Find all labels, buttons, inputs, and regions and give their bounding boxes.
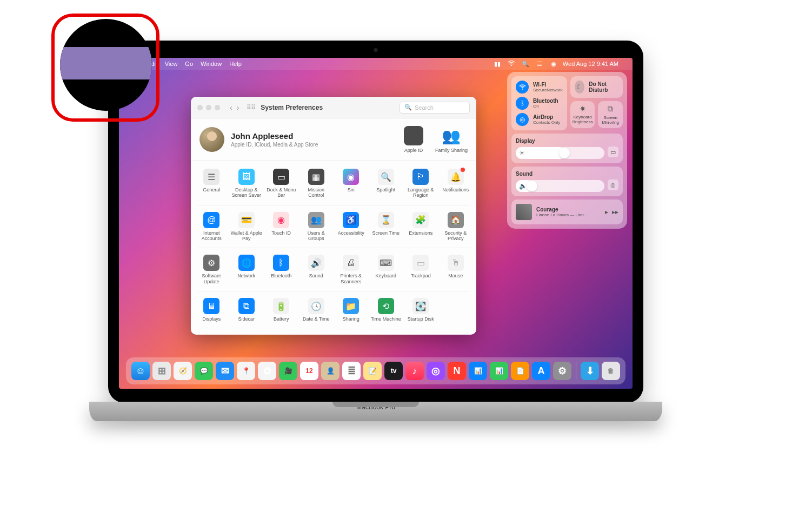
airdrop-toggle[interactable]: ◎ AirDropContacts Only xyxy=(516,113,563,126)
dock-reminders[interactable]: ≣ xyxy=(342,362,361,380)
apple-id-pane[interactable]: Apple ID xyxy=(404,126,423,153)
pref-wallet-apple-pay[interactable]: 💳Wallet & Apple Pay xyxy=(229,209,264,245)
dock-news[interactable]: N xyxy=(448,362,466,380)
pref-security-privacy[interactable]: 🏠Security & Privacy xyxy=(438,209,474,245)
avatar[interactable] xyxy=(199,127,224,152)
pref-touch-id[interactable]: ◉Touch ID xyxy=(264,209,299,245)
pref-date-time[interactable]: 🕓Date & Time xyxy=(299,295,334,325)
dock-photos[interactable]: ✿ xyxy=(258,362,276,380)
play-button[interactable]: ▸ xyxy=(605,208,608,216)
dock-contacts[interactable]: 👤 xyxy=(321,362,340,380)
pref-users-groups[interactable]: 👥Users & Groups xyxy=(299,209,334,245)
dock-messages[interactable]: 💬 xyxy=(195,362,213,380)
pref-software-update[interactable]: ⚙Software Update xyxy=(194,251,229,288)
pref-mouse[interactable]: 🖱Mouse xyxy=(438,251,474,288)
pref-internet-accounts[interactable]: @Internet Accounts xyxy=(194,209,229,245)
dock-music[interactable]: ♪ xyxy=(405,362,424,380)
dock-trash[interactable]: 🗑 xyxy=(602,362,620,380)
search-field[interactable]: 🔍 Search xyxy=(400,102,470,114)
forward-button[interactable]: › xyxy=(237,103,239,112)
pref-dock-menu-bar[interactable]: ▭Dock & Menu Bar xyxy=(264,165,299,202)
dock-app-store[interactable]: A xyxy=(532,362,550,380)
grid-view-icon[interactable]: ⠿⠿ xyxy=(247,104,255,111)
pref-desktop-screen-saver[interactable]: 🖼Desktop & Screen Saver xyxy=(229,165,264,202)
zoom-button[interactable] xyxy=(215,105,220,110)
dock-keynote[interactable]: 📊 xyxy=(469,362,487,380)
dock-finder[interactable]: ☺ xyxy=(131,362,150,380)
menu-view[interactable]: View xyxy=(165,61,178,67)
keyboard-brightness-icon: ✷ xyxy=(580,104,586,113)
search-icon[interactable]: 🔍 xyxy=(522,61,529,68)
control-center-icon[interactable]: ☰ xyxy=(536,61,543,68)
pref-spotlight[interactable]: 🔍Spotlight xyxy=(369,165,404,202)
dock-maps[interactable]: 📍 xyxy=(237,362,255,380)
menu-window[interactable]: Window xyxy=(201,61,222,67)
minimize-button[interactable] xyxy=(206,105,211,110)
pref-keyboard[interactable]: ⌨Keyboard xyxy=(369,251,404,288)
battery-icon[interactable]: ▮▮ xyxy=(494,61,501,68)
close-button[interactable] xyxy=(197,105,203,110)
users-groups-icon: 👥 xyxy=(308,212,324,228)
airdrop-circle-icon: ◎ xyxy=(516,113,529,126)
bluetooth-toggle[interactable]: ᛒ BluetoothOn xyxy=(516,97,563,110)
bluetooth-icon: ᛒ xyxy=(273,255,289,271)
pref-extensions[interactable]: 🧩Extensions xyxy=(403,209,438,245)
wifi-icon[interactable] xyxy=(508,61,515,67)
pref-label: Sharing xyxy=(343,316,360,322)
dock-podcasts[interactable]: ◎ xyxy=(427,362,445,380)
back-button[interactable]: ‹ xyxy=(230,103,232,112)
pref-network[interactable]: 🌐Network xyxy=(229,251,264,288)
pref-siri[interactable]: ◉Siri xyxy=(334,165,369,202)
family-sharing-pane[interactable]: 👥 Family Sharing xyxy=(435,126,468,153)
dock-mail[interactable]: ✉ xyxy=(216,362,234,380)
pref-accessibility[interactable]: ♿Accessibility xyxy=(334,209,369,245)
pref-battery[interactable]: 🔋Battery xyxy=(264,295,299,325)
pref-screen-time[interactable]: ⌛Screen Time xyxy=(369,209,404,245)
siri-icon[interactable]: ◉ xyxy=(550,61,557,68)
siri-icon: ◉ xyxy=(343,169,359,185)
wifi-toggle[interactable]: Wi-FiSecureNetwork xyxy=(516,81,563,94)
pref-language-region[interactable]: 🏳Language & Region xyxy=(403,165,438,202)
pref-bluetooth[interactable]: ᛒBluetooth xyxy=(264,251,299,288)
pref-label: Extensions xyxy=(409,230,432,236)
dock-launchpad[interactable]: ⊞ xyxy=(152,362,171,380)
pref-sidecar[interactable]: ⧉Sidecar xyxy=(229,295,264,325)
sound-output-icon[interactable]: ◎ xyxy=(608,179,618,190)
mini-controls: ✷Keyboard Brightness ⧉Screen Mirroring xyxy=(570,101,623,128)
pref-mission-control[interactable]: ▦Mission Control xyxy=(299,165,334,202)
menu-go[interactable]: Go xyxy=(185,61,193,67)
dock-downloads[interactable]: ⬇ xyxy=(581,362,599,380)
pref-printers-scanners[interactable]: 🖨Printers & Scanners xyxy=(334,251,369,288)
sound-volume-slider[interactable]: 🔈 xyxy=(516,180,604,192)
display-options-icon[interactable]: ▭ xyxy=(608,147,618,157)
pref-general[interactable]: ☰General xyxy=(194,165,229,202)
dnd-toggle[interactable]: ☾ Do Not Disturb xyxy=(570,76,623,98)
menubar-clock[interactable]: Wed Aug 12 9:41 AM xyxy=(563,61,618,67)
pref-sound[interactable]: 🔊Sound xyxy=(299,251,334,288)
pref-notifications[interactable]: 🔔Notifications xyxy=(438,165,474,202)
keyboard-brightness[interactable]: ✷Keyboard Brightness xyxy=(570,101,595,128)
pref-startup-disk[interactable]: 💽Startup Disk xyxy=(403,295,438,325)
pref-sharing[interactable]: 📁Sharing xyxy=(334,295,369,325)
pref-label: Software Update xyxy=(195,273,228,284)
display-brightness-slider[interactable]: ☀ xyxy=(516,147,604,159)
speaker-icon: 🔈 xyxy=(519,182,527,190)
dock-calendar[interactable]: 12 xyxy=(300,362,318,380)
dock-pages[interactable]: 📄 xyxy=(511,362,529,380)
dock-system-preferences[interactable]: ⚙ xyxy=(553,362,571,380)
now-playing[interactable]: Courage Lianne La Havas — Lianne La H...… xyxy=(511,200,623,224)
track-title: Courage xyxy=(536,207,590,212)
dock-numbers[interactable]: 📊 xyxy=(490,362,508,380)
dock-tv[interactable]: tv xyxy=(384,362,403,380)
keyboard-icon: ⌨ xyxy=(378,255,394,271)
screen-mirroring[interactable]: ⧉Screen Mirroring xyxy=(598,101,623,128)
dock-notes[interactable]: 📝 xyxy=(363,362,382,380)
pref-displays[interactable]: 🖥Displays xyxy=(194,295,229,325)
pref-time-machine[interactable]: ⟲Time Machine xyxy=(369,295,404,325)
dock-safari[interactable]: 🧭 xyxy=(174,362,192,380)
pref-trackpad[interactable]: ▭Trackpad xyxy=(403,251,438,288)
family-sharing-label: Family Sharing xyxy=(435,148,468,153)
dock-facetime[interactable]: 🎥 xyxy=(279,362,297,380)
next-button[interactable]: ▸▸ xyxy=(612,208,618,216)
menu-help[interactable]: Help xyxy=(229,61,242,67)
